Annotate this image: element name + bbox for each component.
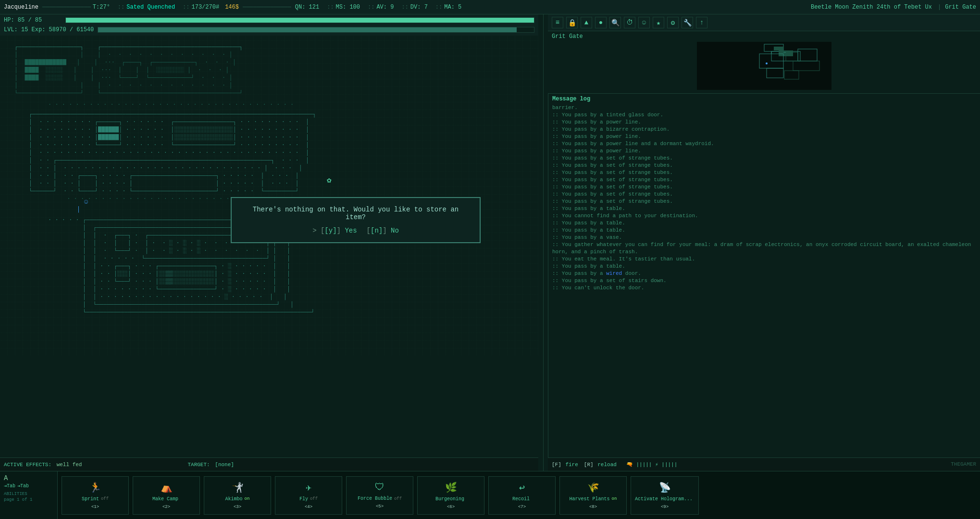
temperature: T:27° (93, 4, 110, 11)
bottom-status-bar: ACTIVE EFFECTS: well fed TARGET: [none] (0, 457, 538, 471)
dv: DV: 7 (410, 4, 428, 11)
lock-icon[interactable]: 🔒 (566, 17, 578, 28)
ability-name-5: Burgeoning (435, 496, 464, 502)
alert-icon[interactable]: ▲ (581, 17, 592, 28)
message-log-entry: :: You can't unlock the door. (552, 284, 976, 292)
record-icon[interactable]: ● (595, 17, 607, 28)
message-log-entry: :: You pass by a power line. (552, 119, 976, 126)
ability-key-4: <5> (376, 504, 384, 509)
dialog-no-option[interactable]: [[n]] No (367, 227, 399, 235)
ability-item-4[interactable]: 🛡Force Bubble off<5> (346, 476, 413, 515)
message-log-entry: :: You pass by a set of strange tubes. (552, 198, 976, 205)
dialog-text: There's nothing on that. Would you like … (241, 206, 470, 221)
map-structure-31: │ │ · · · · · · · · · · · · · · · · · · … (48, 293, 287, 301)
message-log-entry: barrier. (552, 104, 976, 111)
toolbar: ≡ 🔒 ▲ ● 🔍 ⏱ ☺ ★ ⚙ 🔧 ↑ (548, 14, 980, 31)
location-name: Grit Gate (945, 4, 976, 11)
map-structure-25: │ │ · └───┘ · │ · · ░ · ░ · ░ · · · · · … (48, 247, 290, 255)
fire-command: [F] fire (552, 462, 578, 468)
ability-name-0: Sprint (82, 496, 99, 502)
map-structure-8: · · · · · · · · · · · · · · · · · · · · … (48, 101, 294, 109)
targets: TARGET: [none] (187, 462, 234, 468)
ability-key-2: <3> (234, 505, 241, 509)
search-icon[interactable]: 🔍 (609, 17, 621, 28)
tab-icon-2[interactable]: ⇥Tab (17, 483, 29, 489)
minimap-svg (697, 42, 831, 90)
ability-icon-0: 🏃 (89, 482, 101, 494)
ability-key-5: <6> (447, 505, 455, 509)
dialog-box: There's nothing on that. Would you like … (231, 197, 481, 243)
ability-state-7: on (612, 496, 617, 501)
ability-name-3: Fly (299, 496, 308, 502)
ability-item-5[interactable]: 🌿Burgeoning<6> (417, 476, 484, 515)
message-log-entry: :: You pass by a power line. (552, 148, 976, 155)
top-hud: Jacqueline —————————————— T:27° :: Sated… (0, 0, 980, 14)
message-log-entry: :: You pass by a set of strange tubes. (552, 191, 976, 198)
map-structure-33: └───────────────────────────────────────… (48, 309, 315, 316)
tab-icon-1[interactable]: ⇥Tab (4, 483, 15, 489)
timer-icon[interactable]: ⏱ (624, 17, 635, 28)
map-structure-18: │ · · │ · · │ │ · · · · │ │ · · · · · │ … (29, 180, 299, 187)
map-item: │ (77, 206, 80, 213)
map-structure-5: │ ████ ░░░░░ │ │ ··· └────┘ └───────────… (14, 74, 233, 82)
ability-state-0: off (101, 496, 109, 501)
message-log-entry: :: You pass by a bizarre contraption. (552, 126, 976, 133)
message-log-entry: :: You gather whatever you can find for … (552, 241, 976, 256)
ability-icon-4: 🛡 (375, 482, 385, 493)
ability-item-6[interactable]: ↩Recoil<7> (488, 476, 556, 515)
map-structure-7: └──────────────────┘ └──────────────────… (14, 89, 243, 97)
map-structure-17: │ · · │ · · ┌────┐ · · · · ┌────────────… (29, 172, 299, 180)
ability-key-6: <7> (518, 505, 526, 509)
gear-icon[interactable]: ⚙ (667, 17, 679, 28)
active-effects: ACTIVE EFFECTS: well fed (4, 462, 82, 468)
message-log-entry: :: You pass by a table. (552, 220, 976, 227)
hp-label: HP: 85 / 85 (4, 17, 62, 24)
message-log-entry: :: You pass by a tinted glass door. (552, 111, 976, 119)
message-log: Message log barrier.:: You pass by a tin… (548, 94, 980, 471)
ability-name-4: Force Bubble (358, 496, 392, 501)
message-log-entry: :: You pass by a set of strange tubes. (552, 162, 976, 169)
ability-item-8[interactable]: 📡Activate Hologram...<9> (631, 476, 699, 515)
ability-state-3: off (310, 496, 318, 501)
star-icon[interactable]: ★ (653, 17, 664, 28)
ability-item-0[interactable]: 🏃Sprint off<1> (62, 476, 129, 515)
map-structure-20: · · · · · · · · · · · · · · · · · · · · … (29, 195, 264, 203)
ms: MS: 100 (336, 4, 360, 11)
tool-icon[interactable]: 🔧 (682, 17, 693, 28)
hp-bar (65, 17, 534, 23)
map-structure-26: │ │ · · · · · └─────────────────────────… (48, 255, 290, 262)
map-structure-6: │ │ │ · · · · · · · · · · · · │ (14, 82, 233, 89)
minimap-title: Grit Gate (548, 31, 980, 42)
player-icon[interactable]: ☺ (638, 17, 650, 28)
ability-item-7[interactable]: 🌾Harvest Plants on<8> (559, 476, 627, 515)
ability-item-3[interactable]: ✈Fly off<4> (275, 476, 342, 515)
ability-key-8: <9> (661, 505, 669, 509)
menu-icon[interactable]: ≡ (552, 17, 563, 28)
message-log-entry: :: You pass by a set of strange tubes. (552, 176, 976, 184)
ability-item-2[interactable]: 🤺Akimbo on<3> (204, 476, 271, 515)
map-structure-32: │ └─────────────────────────────────────… (48, 301, 294, 309)
game-area: ┌──────────────────┐ ┌──────────────────… (0, 34, 538, 356)
ability-icon-7: 🌾 (587, 482, 599, 494)
dialog-prompt: > [[y]] Yes (312, 227, 357, 235)
up-icon[interactable]: ↑ (696, 17, 707, 28)
ability-item-1[interactable]: ⛺Make Camp<2> (133, 476, 200, 515)
map-structure-11: │ · · · · · · · · │██████│ · · · · · · │… (29, 126, 309, 134)
exp-label: LVL: 15 Exp: 58970 / 61540 (4, 26, 94, 33)
character-name: Jacqueline (4, 4, 38, 11)
message-log-entries: barrier.:: You pass by a tinted glass do… (552, 104, 976, 292)
dialog-yes-option[interactable]: [[y]] Yes (321, 227, 357, 235)
map-structure-15: │ · · ┌─────────────────────────────────… (29, 157, 309, 164)
svg-point-11 (766, 62, 768, 64)
ability-icon-6: ↩ (519, 482, 525, 494)
map-structure-27: │ │ · · ┌───┐ · · · ┌────────────────┐ ·… (48, 262, 290, 270)
map-structure-9: ┌───────────────────────────────────────… (29, 111, 316, 118)
qn: QN: 121 (295, 4, 319, 11)
message-log-title: Message log (552, 96, 976, 102)
logo-watermark: THEGAMER (951, 461, 976, 467)
map-structure-28: │ │ · · │░░░│ · · · │░░▒▒░░░░░░░░░░░░│ ·… (48, 270, 290, 278)
message-log-entry: :: You pass by a power line and a dorman… (552, 140, 976, 148)
message-log-entry: :: You pass by a power line. (552, 133, 976, 140)
targets-value: [none] (215, 462, 234, 468)
dialog-options: > [[y]] Yes [[n]] No (241, 227, 470, 235)
